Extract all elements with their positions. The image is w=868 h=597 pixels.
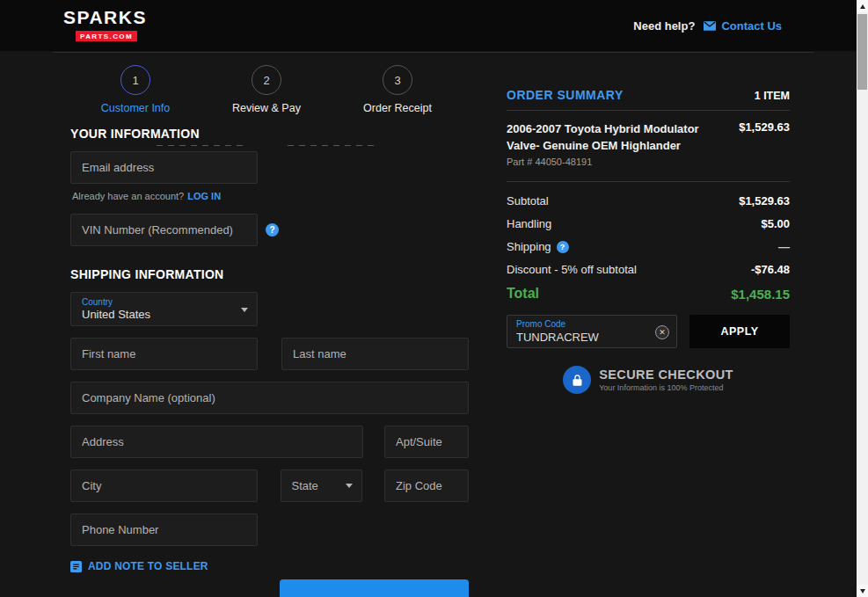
subtotal-label: Subtotal: [507, 194, 549, 207]
promo-code-label: Promo Code: [516, 319, 650, 329]
step-3-circle: 3: [383, 65, 412, 95]
discount-label: Discount - 5% off subtotal: [507, 263, 637, 276]
header-divider: [53, 52, 813, 53]
order-summary-heading: ORDER SUMMARY: [507, 88, 624, 102]
header: SPARKS PARTS.COM Need help? Contact Us: [0, 0, 857, 51]
apply-promo-button[interactable]: APPLY: [689, 315, 790, 348]
first-name-input[interactable]: [70, 338, 258, 370]
handling-label: Handling: [507, 217, 551, 230]
contact-us-link[interactable]: Contact Us: [704, 19, 782, 33]
contact-us-label: Contact Us: [721, 19, 782, 33]
scroll-up-button[interactable]: [857, 0, 868, 12]
step-2-circle: 2: [252, 65, 281, 95]
secure-checkout-subtitle: Your Information is 100% Protected: [599, 383, 733, 392]
checkout-page: SPARKS PARTS.COM Need help? Contact Us 1…: [0, 0, 868, 597]
last-name-input[interactable]: [281, 338, 469, 370]
step-order-receipt[interactable]: 3 Order Receipt: [336, 65, 459, 114]
need-help-text: Need help?: [633, 19, 695, 33]
total-row: Total $1,458.15: [507, 286, 790, 302]
discount-row: Discount - 5% off subtotal -$76.48: [507, 263, 790, 276]
order-summary: ORDER SUMMARY 1 ITEM 2006-2007 Toyota Hy…: [507, 88, 790, 394]
scrollbar[interactable]: [857, 0, 868, 597]
scrollbar-thumb[interactable]: [857, 14, 867, 90]
chevron-down-icon: [241, 308, 248, 312]
summary-divider: [507, 181, 790, 182]
total-label: Total: [507, 286, 539, 302]
company-input[interactable]: [70, 382, 469, 414]
vin-input[interactable]: [70, 214, 258, 246]
lock-icon: [563, 366, 591, 394]
customer-info-form: YOUR INFORMATION Already have an account…: [70, 127, 469, 597]
handling-value: $5.00: [761, 217, 790, 230]
apt-suite-input[interactable]: [384, 426, 469, 458]
promo-code-input[interactable]: [516, 331, 650, 344]
envelope-icon: [704, 21, 716, 31]
discount-value: -$76.48: [751, 263, 790, 276]
country-label: Country: [82, 297, 246, 307]
scroll-down-button[interactable]: [857, 585, 868, 597]
secure-checkout-title: SECURE CHECKOUT: [599, 368, 733, 382]
sparks-parts-logo[interactable]: SPARKS PARTS.COM: [63, 9, 147, 42]
step-1-circle: 1: [120, 65, 150, 95]
shipping-row: Shipping ? —: [507, 240, 790, 253]
logo-text: SPARKS: [63, 9, 147, 26]
product-part-number: Part # 44050-48191: [507, 157, 726, 167]
log-in-link[interactable]: LOG IN: [187, 191, 221, 201]
clear-promo-icon[interactable]: ✕: [655, 325, 669, 339]
state-select[interactable]: State: [281, 470, 362, 502]
product-line-item: 2006-2007 Toyota Hybrid Modulator Valve-…: [507, 120, 790, 167]
step-3-label: Order Receipt: [336, 102, 459, 114]
state-label: State: [292, 479, 318, 492]
total-value: $1,458.15: [731, 287, 790, 302]
subtotal-row: Subtotal $1,529.63: [507, 194, 790, 207]
shipping-information-heading: SHIPPING INFORMATION: [70, 267, 469, 281]
add-note-label: ADD NOTE TO SELLER: [88, 560, 208, 572]
email-input[interactable]: [70, 151, 258, 184]
subtotal-value: $1,529.63: [739, 194, 790, 207]
logo-badge: PARTS.COM: [76, 31, 137, 41]
promo-code-field[interactable]: Promo Code ✕: [507, 315, 677, 348]
product-price: $1,529.63: [739, 120, 790, 167]
shipping-help-icon[interactable]: ?: [557, 241, 569, 253]
help-group: Need help? Contact Us: [633, 19, 782, 33]
account-prompt-text: Already have an account?: [72, 191, 184, 201]
step-1-label: Customer Info: [74, 102, 197, 114]
zip-code-input[interactable]: [384, 470, 469, 502]
scroll-up-icon: [860, 4, 865, 9]
shipping-value: —: [778, 240, 790, 253]
add-note-to-seller-link[interactable]: ADD NOTE TO SELLER: [70, 560, 469, 572]
city-input[interactable]: [70, 470, 258, 502]
address-input[interactable]: [70, 426, 363, 458]
country-select[interactable]: Country United States: [70, 292, 258, 326]
step-2-label: Review & Pay: [205, 102, 328, 114]
phone-input[interactable]: [70, 513, 258, 546]
scroll-down-icon: [860, 589, 865, 593]
chevron-down-icon: [346, 484, 353, 488]
continue-button[interactable]: [280, 579, 469, 597]
product-name: 2006-2007 Toyota Hybrid Modulator Valve-…: [507, 120, 726, 154]
secure-checkout-badge: SECURE CHECKOUT Your Information is 100%…: [507, 366, 790, 394]
step-customer-info[interactable]: 1 Customer Info: [74, 65, 197, 114]
country-value: United States: [82, 308, 246, 321]
vin-help-icon[interactable]: ?: [266, 223, 279, 237]
handling-row: Handling $5.00: [507, 217, 790, 230]
note-icon: [70, 561, 82, 572]
step-review-pay[interactable]: 2 Review & Pay: [205, 65, 328, 114]
item-count: 1 ITEM: [755, 90, 790, 102]
shipping-label: Shipping: [507, 240, 551, 253]
your-information-heading: YOUR INFORMATION: [70, 127, 469, 141]
account-prompt: Already have an account?LOG IN: [70, 191, 469, 201]
